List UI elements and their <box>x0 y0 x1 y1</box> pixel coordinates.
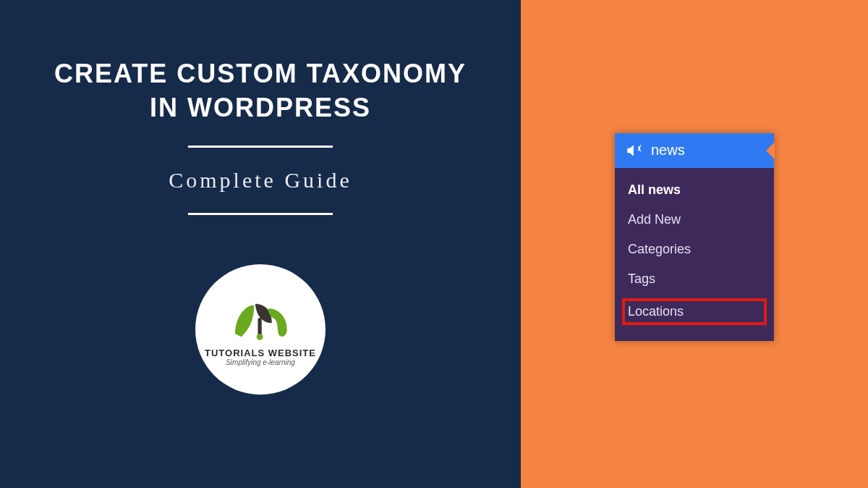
title-line-2: IN WORDPRESS <box>150 93 371 122</box>
divider-top <box>188 146 333 148</box>
wp-menu-item-label: Locations <box>628 304 684 319</box>
wp-menu-item-add-new[interactable]: Add New <box>615 205 774 235</box>
megaphone-icon <box>625 141 644 160</box>
wp-menu-header-label: news <box>651 142 685 159</box>
svg-rect-0 <box>258 318 262 336</box>
active-indicator-icon <box>766 142 775 159</box>
logo-brand-sub: Simplifying e-learning <box>226 358 295 366</box>
main-title: CREATE CUSTOM TAXONOMY IN WORDPRESS <box>54 57 467 125</box>
wp-menu-item-label: Categories <box>628 242 691 256</box>
title-line-1: CREATE CUSTOM TAXONOMY <box>54 59 467 88</box>
logo-badge: TUTORIALS WEBSITE Simplifying e-learning <box>195 264 326 395</box>
left-panel: CREATE CUSTOM TAXONOMY IN WORDPRESS Comp… <box>0 0 521 488</box>
wp-menu-item-tags[interactable]: Tags <box>615 264 774 294</box>
wp-menu-item-categories[interactable]: Categories <box>615 235 774 264</box>
wp-menu-item-label: Tags <box>628 272 655 286</box>
divider-bottom <box>188 213 333 215</box>
wp-admin-menu: news All news Add New Categories Tags Lo… <box>615 133 774 341</box>
wp-menu-item-locations[interactable]: Locations <box>621 297 768 327</box>
wp-menu-list: All news Add New Categories Tags Locatio… <box>615 168 774 341</box>
wp-menu-item-label: Add New <box>628 212 681 227</box>
wp-menu-item-all-news[interactable]: All news <box>615 175 774 205</box>
svg-point-1 <box>257 334 263 340</box>
right-panel: news All news Add New Categories Tags Lo… <box>521 0 868 488</box>
logo-brand-main: TUTORIALS WEBSITE <box>205 348 316 358</box>
wp-menu-header-news[interactable]: news <box>615 133 774 168</box>
subtitle: Complete Guide <box>169 168 352 193</box>
logo-mark-icon <box>228 293 293 343</box>
banner-stage: CREATE CUSTOM TAXONOMY IN WORDPRESS Comp… <box>0 0 868 488</box>
wp-menu-item-label: All news <box>628 182 681 197</box>
